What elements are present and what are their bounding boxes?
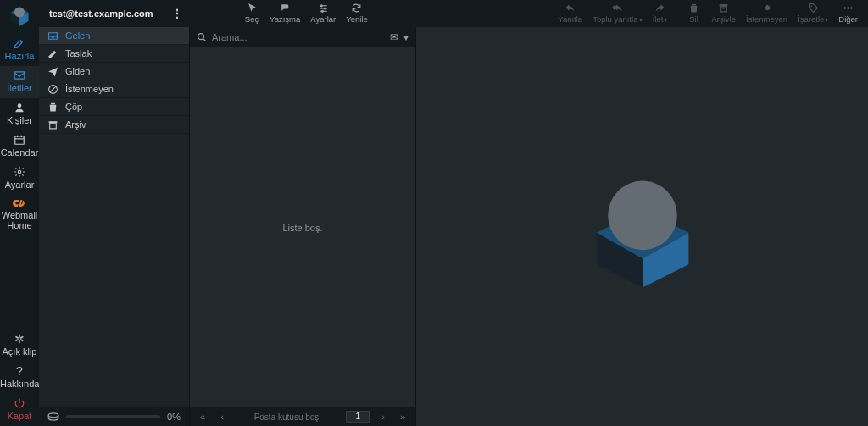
list-pager: « ‹ Posta kutusu boş 1 › » [190,407,415,426]
nav-contacts[interactable]: Kişiler [0,98,39,130]
account-menu-icon[interactable]: ⋮ [171,7,183,20]
sent-icon [47,66,58,77]
app-logo-icon [7,3,32,29]
folder-label: İstenmeyen [65,84,114,94]
search-input[interactable] [212,32,385,42]
watermark-icon [570,155,715,299]
inbox-icon [47,30,58,41]
message-list: ✉ ▾ Liste boş. « ‹ Posta kutusu boş 1 › … [190,27,416,426]
thread-icon [280,3,291,14]
toolbar-compose: Seç Yazışma Ayarlar Yenile [239,0,373,27]
folder-label: Gelen [65,30,90,41]
reply-all-icon [612,3,623,14]
fire-icon [761,3,772,14]
cursor-icon [247,3,258,14]
toolbar-forward[interactable]: İlet▾ [648,3,673,24]
svg-rect-25 [49,121,58,123]
folder-trash[interactable]: Çöp [39,98,189,116]
contacts-icon [14,102,25,113]
archive-icon [718,3,729,14]
search-options-icon[interactable]: ▾ [403,31,409,43]
archive-folder-icon [47,119,58,130]
svg-point-3 [14,8,25,18]
folder-list: Gelen Taslak Giden İstenmeyen Çöp [39,27,190,426]
quota-percent: 0% [167,412,181,422]
pager-page[interactable]: 1 [346,411,370,423]
toolbar-junk[interactable]: İstenmeyen [741,3,793,24]
reply-icon [565,3,576,14]
more-icon [843,3,854,14]
svg-rect-17 [720,4,728,6]
svg-line-28 [203,39,206,41]
trash-icon [688,3,699,14]
pager-first[interactable]: « [197,412,209,422]
svg-point-10 [18,170,21,174]
gear-icon [14,166,25,178]
svg-point-22 [850,7,852,8]
folder-label: Arşiv [65,119,86,130]
nav-settings[interactable]: Ayarlar [0,163,39,195]
help-icon: ? [0,365,39,377]
toolbar-message: Yanıtla Toplu yanıtla▾ İlet▾ Sil Arşivle [553,0,863,27]
nav-compose[interactable]: Hazırla [0,34,39,66]
toolbar-mark[interactable]: İşaretle▾ [793,3,833,24]
svg-point-5 [18,103,22,108]
cpanel-icon [13,198,26,208]
folder-label: Çöp [65,102,82,112]
pager-status: Posta kutusu boş [236,412,337,422]
toolbar-reply-all[interactable]: Toplu yanıtla▾ [587,3,647,24]
svg-point-26 [48,413,58,418]
toolbar-reply[interactable]: Yanıtla [553,3,587,24]
folder-inbox[interactable]: Gelen [39,27,189,45]
list-empty-message: Liste boş. [190,47,415,407]
toolbar-archive[interactable]: Arşivle [707,3,742,24]
folder-drafts[interactable]: Taslak [39,45,189,63]
toolbar-more[interactable]: Diğer [833,3,863,24]
svg-point-20 [844,7,846,8]
toolbar-select[interactable]: Seç [239,3,264,24]
search-bar: ✉ ▾ [190,27,415,47]
calendar-icon [14,134,25,146]
svg-line-24 [50,86,57,92]
side-nav: Hazırla İletiler Kişiler Calendar Ayarla… [0,0,39,426]
folder-archive[interactable]: Arşiv [39,116,189,134]
power-icon [14,397,25,409]
svg-rect-6 [15,136,25,144]
toolbar-refresh[interactable]: Yenile [341,3,373,24]
svg-point-32 [608,180,677,250]
nav-logout[interactable]: Kapat [0,394,39,426]
nav-calendar[interactable]: Calendar [0,130,39,163]
svg-point-27 [198,34,204,40]
compose-icon [14,37,25,49]
pager-prev[interactable]: ‹ [217,412,227,422]
search-scope-mail-icon[interactable]: ✉ [390,31,398,43]
nav-theme[interactable]: ✲ Açık klip [0,329,39,362]
svg-point-15 [324,8,326,9]
refresh-icon [351,3,362,14]
search-icon [197,32,207,42]
svg-point-21 [848,7,849,8]
pager-next[interactable]: › [378,412,388,422]
ban-icon [47,84,58,95]
sliders-icon [318,3,329,14]
folder-junk[interactable]: İstenmeyen [39,80,189,98]
folder-label: Taslak [65,48,92,58]
nav-mail[interactable]: İletiler [0,66,39,98]
folder-sent[interactable]: Giden [39,63,189,80]
svg-rect-4 [14,72,25,79]
pager-last[interactable]: » [397,412,409,422]
svg-point-14 [320,5,322,7]
preview-pane [416,27,868,426]
toolbar-list-options[interactable]: Ayarlar [305,3,341,24]
disk-icon [47,412,59,421]
toolbar-thread[interactable]: Yazışma [264,3,305,24]
pencil-icon [47,48,58,59]
nav-webmail-home[interactable]: Webmail Home [0,195,39,235]
quota-bar: 0% [39,407,189,426]
folder-label: Giden [65,66,90,76]
svg-point-19 [810,5,812,7]
mail-icon [14,69,25,81]
toolbar-delete[interactable]: Sil [682,3,707,24]
account-label: test@test.example.com ⋮ [39,0,190,27]
nav-about[interactable]: ? Hakkında [0,362,39,394]
